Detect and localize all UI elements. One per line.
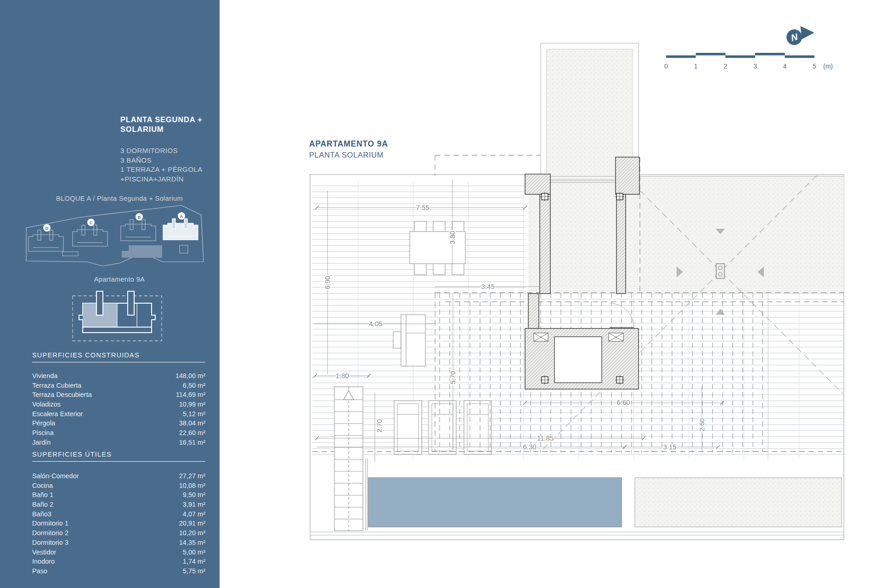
table-row: Pérgola38,04 m² xyxy=(32,418,205,428)
row-value: 5,75 m² xyxy=(183,566,205,576)
site-pool xyxy=(122,245,162,258)
row-value: 14,35 m² xyxy=(179,538,205,548)
row-value: 10,20 m² xyxy=(179,528,205,538)
dimension-label: 11.85 xyxy=(537,434,554,442)
row-value: 3,91 m² xyxy=(183,500,205,509)
table-row: Escalera Exterior5,12 m² xyxy=(32,409,205,419)
row-value: 114,69 m² xyxy=(176,390,205,400)
table-row: Dormitorio 210,20 m² xyxy=(32,528,205,538)
block-plan-title: BLOQUE A / Planta Segunda + Solarium xyxy=(18,195,220,202)
floor-plan: 7.55 3.80 6.90 3.45 4.05 1.80 5.70 2.70 … xyxy=(303,37,880,547)
table-row: Dormitorio 120,91 m² xyxy=(32,519,205,528)
chair xyxy=(433,263,445,275)
row-value: 4,07 m² xyxy=(183,509,205,519)
site-unit-c xyxy=(73,225,107,246)
row-value: 10,99 m² xyxy=(179,400,205,409)
sidebar-title-line2: SOLARIUM xyxy=(120,124,212,134)
site-badge-b: B xyxy=(136,213,143,220)
svg-text:D: D xyxy=(45,226,49,231)
table-row: Terraza Descubierta114,69 m² xyxy=(32,390,205,400)
apartment-diagram xyxy=(69,288,165,343)
table-row: Piscina22,60 m² xyxy=(32,428,205,438)
svg-text:B: B xyxy=(138,215,141,220)
row-label: Jardín xyxy=(32,438,51,447)
row-value: 27,27 m² xyxy=(179,471,205,481)
dimension-label: 6.30 xyxy=(523,443,536,451)
site-badge-d: D xyxy=(43,224,51,232)
site-unit-b xyxy=(121,220,156,241)
table-row: Dormitorio 314,35 m² xyxy=(32,538,205,548)
dining-set xyxy=(410,221,465,275)
lounger xyxy=(394,401,422,454)
feature-item: 1 TERRAZA + PÉRGOLA xyxy=(120,165,217,175)
dimension-label: 5.70 xyxy=(449,371,457,384)
surfaces-built-table: Vivienda148,00 m² Terraza Cubierta6,50 m… xyxy=(32,371,205,447)
garden-strip xyxy=(635,478,842,527)
row-value: 9,50 m² xyxy=(183,490,205,500)
table-row: Cocina10,08 m² xyxy=(32,481,205,491)
site-unit-a-highlighted xyxy=(163,219,198,240)
row-label: Baño 1 xyxy=(32,490,53,500)
table-row: Baño34,07 m² xyxy=(32,509,205,519)
stair-tower xyxy=(541,43,639,176)
table-row: Inodoro1,74 m² xyxy=(32,557,205,566)
dimension-label: 3.45 xyxy=(481,283,494,290)
dimension-label: 1.80 xyxy=(335,372,349,379)
apartment-chimney xyxy=(128,291,134,315)
row-value: 148,00 m² xyxy=(175,371,205,381)
row-label: Pérgola xyxy=(32,418,55,428)
row-label: Escalera Exterior xyxy=(32,409,83,419)
surfaces-useful-table: Salón-Comedor27,27 m² Cocina10,08 m² Bañ… xyxy=(32,471,205,576)
table-row: Vivienda148,00 m² xyxy=(32,371,205,381)
row-label: Terraza Cubierta xyxy=(32,381,81,390)
table-row: Baño 19,50 m² xyxy=(32,490,205,500)
row-label: Dormitorio 1 xyxy=(32,519,68,528)
surfaces-useful-heading: SUPERFICIES ÚTILES xyxy=(32,451,205,462)
site-unit-d xyxy=(28,230,63,251)
row-value: 1,74 m² xyxy=(183,557,205,566)
row-label: Terraza Descubierta xyxy=(32,390,92,400)
row-label: Paso xyxy=(32,566,47,576)
row-value: 5,00 m² xyxy=(183,548,205,557)
surfaces-built-heading: SUPERFICIES CONSTRUIDAS xyxy=(32,351,205,362)
chair xyxy=(414,263,426,275)
apartment-footprint xyxy=(79,291,155,333)
dimension-label: 3.80 xyxy=(448,231,456,244)
svg-text:C: C xyxy=(90,220,93,225)
site-badge-a: A xyxy=(178,212,185,220)
row-value: 16,51 m² xyxy=(179,438,205,447)
apartment-chimney xyxy=(96,291,103,315)
row-label: Dormitorio 3 xyxy=(32,538,68,548)
feature-item: +PISCINA+JARDÍN xyxy=(120,175,217,184)
core-skylight xyxy=(554,337,602,383)
row-value: 5,12 m² xyxy=(183,409,205,419)
dimension-label: 3.15 xyxy=(663,443,676,451)
feature-item: 3 DORMITORIOS xyxy=(120,146,217,156)
feature-list: 3 DORMITORIOS 3 BAÑOS 1 TERRAZA + PÉRGOL… xyxy=(120,146,217,184)
dimension-label: 2.70 xyxy=(375,419,383,432)
feature-item: 3 BAÑOS xyxy=(120,156,217,165)
table-row: Paso5,75 m² xyxy=(32,566,205,576)
row-label: Vestidor xyxy=(32,548,56,557)
chair xyxy=(452,263,464,275)
table-row: Terraza Cubierta6,50 m² xyxy=(32,381,205,390)
row-label: Baño 2 xyxy=(32,500,53,509)
row-label: Vivienda xyxy=(32,371,57,381)
row-label: Cocina xyxy=(32,481,53,491)
site-plan: D C B A xyxy=(25,205,214,269)
dimension-label: 6.90 xyxy=(323,276,331,289)
dimension-label: 2.60 xyxy=(698,418,706,431)
dimension-label: 6.60 xyxy=(616,398,630,406)
pool xyxy=(368,478,622,527)
row-value: 6,50 m² xyxy=(183,381,205,390)
apartment-label: Apartamento 9A xyxy=(18,276,220,283)
dimension-label: 7.55 xyxy=(416,204,429,211)
table-row: Vestidor5,00 m² xyxy=(32,548,205,557)
dimension-label: 4.05 xyxy=(369,320,382,328)
site-small-structure xyxy=(180,245,188,253)
sidebar-title: PLANTA SEGUNDA + SOLARIUM xyxy=(120,115,212,134)
row-value: 22,60 m² xyxy=(179,428,205,438)
roof-drain xyxy=(716,264,724,278)
table-row: Jardín16,51 m² xyxy=(32,438,205,447)
row-label: Baño3 xyxy=(32,509,51,519)
